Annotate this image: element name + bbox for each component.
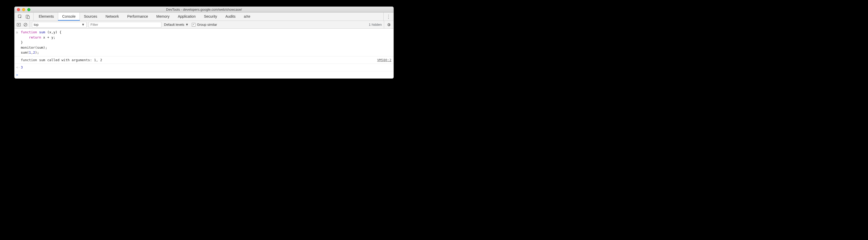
chevron-down-icon: ▼ [185, 23, 189, 27]
tab-sources[interactable]: Sources [80, 12, 101, 21]
tab-performance[interactable]: Performance [123, 12, 152, 21]
tab-console[interactable]: Console [58, 12, 80, 21]
tab-security[interactable]: Security [200, 12, 221, 21]
window-controls [14, 8, 30, 11]
device-toolbar-icon[interactable] [26, 14, 30, 19]
console-return-value: 3 [21, 65, 392, 70]
console-output: ≥ function sum (x,y) { return x + y; } m… [14, 29, 394, 78]
log-levels-select[interactable]: Default levels ▼ [164, 23, 189, 27]
svg-rect-2 [28, 16, 30, 19]
execution-context-value: top [34, 23, 38, 27]
tab-application[interactable]: Application [174, 12, 200, 21]
console-toolbar: top ▼ Default levels ▼ ✓ Group similar 1… [14, 21, 394, 29]
input-prompt-icon: ≥ [16, 30, 21, 35]
close-window-button[interactable] [17, 8, 20, 11]
console-log-source-link[interactable]: VM580:2 [377, 57, 392, 63]
console-input-code[interactable]: function sum (x,y) { return x + y; } mon… [21, 30, 392, 55]
titlebar: DevTools - developers.google.com/web/sho… [14, 7, 394, 12]
hidden-messages-count[interactable]: 1 hidden [369, 23, 384, 27]
filter-input[interactable] [89, 22, 161, 28]
tab-network[interactable]: Network [101, 12, 123, 21]
console-log-row: function sum called with arguments: 1, 2… [14, 56, 394, 64]
minimize-window-button[interactable] [22, 8, 25, 11]
more-options-icon[interactable]: ⋮ [386, 14, 391, 19]
window-title: DevTools - developers.google.com/web/sho… [14, 7, 394, 11]
toggle-sidebar-icon[interactable] [17, 23, 21, 27]
prompt-chevron-icon: > [16, 72, 21, 78]
chevron-down-icon: ▼ [81, 23, 85, 27]
svg-line-5 [24, 24, 27, 26]
tab-audits[interactable]: Audits [221, 12, 240, 21]
checkbox-checked-icon: ✓ [192, 23, 195, 27]
execution-context-select[interactable]: top ▼ [32, 22, 87, 28]
tabs-overflow: ⋮ [383, 12, 394, 21]
clear-console-icon[interactable] [23, 23, 28, 27]
console-return-row: <· 3 [14, 64, 394, 71]
tabs-left-tools [14, 12, 33, 21]
zoom-window-button[interactable] [27, 8, 30, 11]
tab-axe[interactable]: aXe [240, 12, 254, 21]
console-log-message: function sum called with arguments: 1, 2 [21, 57, 377, 63]
inspect-element-icon[interactable] [18, 14, 22, 19]
console-prompt-row[interactable]: > [14, 71, 394, 79]
log-levels-label: Default levels [164, 23, 184, 27]
devtools-window: DevTools - developers.google.com/web/sho… [14, 6, 394, 79]
panel-tabs: Elements Console Sources Network Perform… [14, 12, 394, 21]
group-similar-label: Group similar [197, 23, 217, 27]
return-indicator-icon: <· [16, 65, 21, 70]
panel-tablist: Elements Console Sources Network Perform… [33, 12, 254, 21]
tab-memory[interactable]: Memory [152, 12, 174, 21]
console-input-row: ≥ function sum (x,y) { return x + y; } m… [14, 29, 394, 56]
tab-elements[interactable]: Elements [35, 12, 58, 21]
console-settings-icon[interactable] [384, 21, 394, 28]
group-similar-checkbox[interactable]: ✓ Group similar [192, 23, 217, 27]
